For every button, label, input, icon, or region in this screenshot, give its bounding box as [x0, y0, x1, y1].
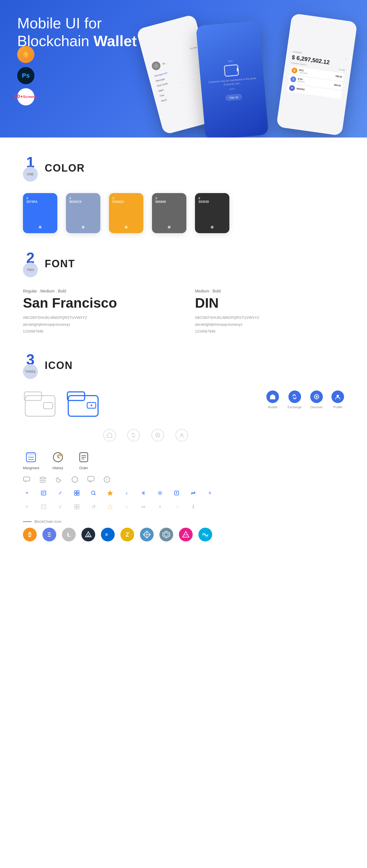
svg-marker-63: [182, 531, 189, 537]
font-section-header: 2 TWO FONT: [23, 250, 344, 277]
management-icon-item: Mangment: [23, 450, 39, 470]
order-icon-item: Order: [77, 450, 91, 470]
swatch-dark: #303030: [195, 193, 229, 233]
exchange-icon-outline: [127, 429, 140, 441]
screens-badge: 60+ Screens: [17, 88, 34, 105]
svg-rect-4: [44, 402, 53, 409]
svg-point-30: [40, 477, 46, 479]
svg-rect-40: [75, 493, 77, 495]
upload-icon: [173, 489, 181, 497]
grid-icon: [73, 489, 81, 497]
font-din: Medium · Bold DIN ABCDEFGHIJKLMNOPQRSTUV…: [195, 289, 344, 335]
profile-icon: [332, 391, 344, 403]
check-ghost-icon: ✓: [56, 503, 64, 511]
star-icon: [106, 489, 114, 497]
svg-point-8: [91, 404, 92, 406]
exchange-icon: [288, 391, 301, 403]
svg-text:!: !: [60, 454, 60, 456]
bitcoin-icon: ₿: [23, 528, 37, 541]
swap-icon: [189, 489, 197, 497]
svg-point-16: [157, 434, 158, 436]
star-ghost-icon: [106, 503, 114, 511]
svg-marker-53: [108, 504, 113, 509]
arrows-ghost-icon: ⇔: [139, 503, 147, 511]
screens-count: 60+: [14, 94, 23, 100]
list-icon: [39, 489, 48, 497]
svg-marker-14: [107, 433, 112, 437]
svg-line-43: [94, 494, 95, 495]
svg-rect-19: [26, 453, 35, 456]
font-sf: Regular · Medium · Bold San Francisco AB…: [23, 289, 172, 335]
svg-rect-5: [68, 396, 98, 416]
svg-marker-9: [270, 394, 275, 399]
hero-section: Mobile UI for Blockchain Wallet UI Kit P…: [0, 0, 367, 137]
crypto-cyan-icon: [198, 528, 212, 541]
waves-icon: [81, 528, 95, 541]
add-ghost-icon: +: [23, 503, 31, 511]
add-icon: +: [23, 489, 31, 497]
small-icons-row-1: + ✓ ‹: [23, 489, 344, 497]
font-section-number: 2 TWO: [23, 250, 38, 277]
blockchain-label: BlockChain Icon: [23, 519, 344, 524]
settings-icon: [156, 489, 164, 497]
svg-rect-52: [77, 507, 79, 509]
zcash-icon: Z: [120, 528, 134, 541]
badges-column: Ps 60+ Screens: [17, 46, 34, 105]
main-content: 1 ONE COLOR #3574FA #8DA0C8 #F5A623 #666…: [0, 155, 367, 541]
svg-text:i: i: [106, 478, 107, 481]
phone-mockup-2: 9:41 Character may be manifested in the …: [196, 20, 269, 137]
nav-icon-profile: Profile: [332, 391, 344, 409]
wallet-icon-grid: Assets Exchange Discover: [23, 391, 344, 420]
swatch-slate: #8DA0C8: [66, 193, 101, 233]
tool-icons-row: Mangment ! History: [23, 450, 344, 470]
svg-marker-44: [108, 491, 113, 495]
phone-mockup-3: myWallet+ $ 6,297,502.12 Available balan…: [276, 13, 357, 136]
svg-point-31: [72, 477, 78, 483]
back-ghost-icon: ‹: [123, 503, 131, 511]
assets-icon-outline: [103, 429, 116, 441]
dash-icon: Đ: [101, 528, 115, 541]
ethereum-icon: Ξ: [43, 528, 56, 541]
svg-rect-35: [41, 491, 46, 495]
chat-icon: [23, 476, 30, 485]
nav-icon-discover: Discover: [310, 391, 323, 409]
nav-icon-outlines-row: [103, 429, 344, 441]
icon-section-header: 3 THREE ICON: [23, 352, 344, 379]
wallet-icon-outline-gray: [23, 391, 57, 420]
close-icon: ×: [206, 489, 214, 497]
ps-badge: Ps: [17, 67, 34, 84]
color-swatches: #3574FA #8DA0C8 #F5A623 #666666 #303030: [23, 193, 344, 233]
crypto-pink-icon: [179, 528, 193, 541]
svg-rect-2: [25, 396, 55, 416]
history-icon-item: ! History: [51, 450, 65, 470]
sketch-badge: [17, 46, 34, 63]
litecoin-icon: Ł: [62, 528, 76, 541]
x-ghost-icon: ×: [156, 503, 164, 511]
font-display: Regular · Medium · Bold San Francisco AB…: [23, 289, 344, 335]
speech-bubble-icon: [87, 476, 94, 485]
svg-marker-61: [163, 531, 170, 538]
phone-mockups: Profile AI... Management Message Red Car…: [138, 14, 367, 137]
svg-rect-29: [24, 477, 30, 481]
crypto-blue-icon: [140, 528, 154, 541]
svg-rect-39: [77, 491, 79, 493]
nav-icon-exchange: Exchange: [288, 391, 302, 409]
refresh-ghost-icon: ↺: [89, 503, 97, 511]
crypto-icons-row: ₿ Ξ Ł Đ Z: [23, 528, 344, 541]
stack-icon: [39, 476, 47, 485]
svg-point-12: [316, 396, 317, 398]
svg-point-17: [181, 433, 182, 435]
svg-rect-50: [77, 504, 79, 506]
profile-icon-outline: [175, 429, 188, 441]
svg-rect-41: [77, 493, 79, 495]
info-icon: i: [103, 476, 111, 485]
svg-rect-51: [75, 507, 77, 509]
crypto-gray-icon: [160, 528, 173, 541]
swatch-blue: #3574FA: [23, 193, 57, 233]
discover-icon-outline: [151, 429, 164, 441]
secondary-icon-row-1: i: [23, 476, 344, 485]
small-icons-row-ghost: + ✓ ↺ ‹ ⇔ × → ℹ: [23, 503, 344, 511]
search-icon: [89, 489, 97, 497]
swatch-gray: #666666: [152, 193, 186, 233]
back-icon: ‹: [123, 489, 131, 497]
